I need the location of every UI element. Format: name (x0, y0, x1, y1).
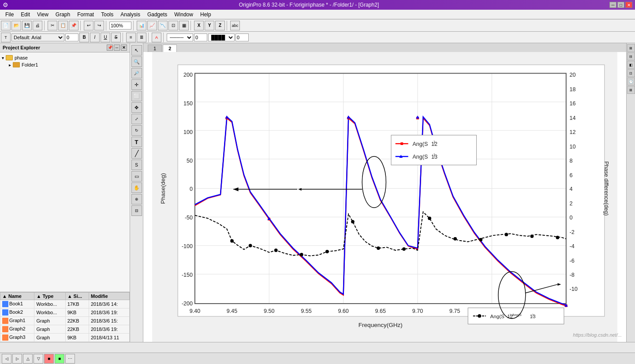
menu-format[interactable]: Format (74, 11, 97, 19)
tb-new[interactable]: 📄 (1, 21, 11, 30)
tb-abc[interactable]: abc (230, 21, 240, 30)
graph-tab-2[interactable]: 2 (163, 45, 177, 52)
toolbar-2: T Default: Arial B I U S ≡ ≣ A ──── ████ (0, 32, 635, 43)
svg-text:100: 100 (183, 129, 193, 135)
tb-strikethrough[interactable]: S (111, 33, 121, 42)
tool-scale[interactable]: ⤢ (131, 114, 142, 124)
tool-move[interactable]: ✥ (131, 102, 142, 113)
tool-magnify[interactable]: ⊕ (131, 194, 142, 204)
tool-pointer[interactable]: ↖ (131, 45, 142, 56)
graph-tab-1[interactable]: 1 (148, 45, 162, 52)
minimize-button[interactable]: ─ (609, 2, 616, 8)
close-button[interactable]: ✕ (625, 2, 632, 8)
tb-italic[interactable]: I (90, 33, 100, 42)
svg-point-68 (377, 246, 380, 250)
tool-hand[interactable]: ✋ (131, 182, 142, 193)
rt-btn-6[interactable]: ⊞ (627, 86, 635, 94)
col-name[interactable]: ▲ Name (0, 292, 34, 300)
tool-zoom-out[interactable]: 🔎 (131, 68, 142, 78)
bt-btn-7[interactable]: ⋯ (65, 354, 75, 364)
svg-text:10: 10 (569, 144, 575, 150)
tree-folder1[interactable]: ▸ Folder1 (9, 61, 128, 68)
tb-color[interactable]: A (152, 33, 161, 42)
svg-text:Frequency(GHz): Frequency(GHz) (359, 322, 403, 328)
menu-gadgets[interactable]: Gadgets (144, 11, 171, 19)
bt-btn-3[interactable]: △ (23, 354, 33, 364)
fill-select[interactable]: ████ (208, 33, 235, 41)
line-style-select[interactable]: ──── (167, 33, 193, 41)
rt-btn-4[interactable]: ⊡ (627, 69, 635, 77)
tool-data[interactable]: ⊟ (131, 205, 142, 216)
tb-graph1[interactable]: 📊 (137, 21, 146, 30)
tool-rect-select[interactable]: ⬜ (131, 91, 142, 101)
tree-root[interactable]: ▾ phase (2, 54, 128, 61)
tb-graph2[interactable]: 📈 (147, 21, 157, 30)
tb-redo[interactable]: ↪ (94, 21, 104, 30)
tb-align-left[interactable]: ≡ (126, 33, 136, 42)
menu-window[interactable]: Window (171, 11, 197, 19)
tb-open[interactable]: 📂 (11, 21, 21, 30)
svg-text:-4: -4 (569, 243, 574, 249)
tool-rotate[interactable]: ↻ (131, 125, 142, 136)
watermark: https://blog.csdn.net/... (573, 332, 622, 338)
tool-text[interactable]: T (131, 137, 142, 147)
tb-cut[interactable]: ✂ (48, 21, 57, 30)
tb-graph3[interactable]: 📉 (158, 21, 168, 30)
fill-size-input[interactable] (235, 33, 249, 41)
svg-text:-150: -150 (182, 272, 193, 278)
book-icon (2, 301, 8, 307)
zoom-input[interactable] (109, 22, 131, 30)
tool-zoom-in[interactable]: 🔍 (131, 56, 142, 67)
bt-btn-5[interactable]: ■ (44, 354, 54, 364)
tool-crosshair[interactable]: ✛ (131, 79, 142, 90)
file-table-row[interactable]: Book1 Workbo... 17KB 2018/3/6 14: (0, 300, 130, 308)
tb-save[interactable]: 💾 (22, 21, 32, 30)
bt-btn-6[interactable]: ■ (55, 354, 64, 364)
svg-text:12: 12 (569, 129, 575, 135)
menu-file[interactable]: File (2, 11, 17, 19)
file-table-row[interactable]: Graph1 Graph 22KB 2018/3/6 15: (0, 316, 130, 325)
tb-paste[interactable]: 📌 (69, 21, 78, 30)
rt-btn-3[interactable]: ◧ (627, 61, 635, 69)
tb-underline[interactable]: U (101, 33, 110, 42)
tb-undo[interactable]: ↩ (84, 21, 93, 30)
sidebar-pin[interactable]: 📌 (107, 45, 113, 51)
rt-btn-1[interactable]: ⊞ (627, 44, 635, 52)
file-table-row[interactable]: Graph3 Graph 9KB 2018/4/13 11 (0, 333, 130, 342)
tb-scatter[interactable]: ⊡ (168, 21, 178, 30)
col-type[interactable]: ▲ Type (34, 292, 65, 300)
menu-analysis[interactable]: Analysis (117, 11, 144, 19)
col-modified[interactable]: Modifie (89, 292, 130, 300)
tool-rect[interactable]: ▭ (131, 171, 142, 182)
tb-print[interactable]: 🖨 (33, 21, 42, 30)
menu-tools[interactable]: Tools (97, 11, 117, 19)
menu-help[interactable]: Help (197, 11, 215, 19)
tb-align-center[interactable]: ≣ (137, 33, 146, 42)
font-size-input[interactable] (65, 33, 78, 41)
rt-btn-5[interactable]: 🕐 (627, 78, 635, 85)
svg-rect-76 (391, 135, 477, 165)
bt-btn-4[interactable]: ▽ (34, 354, 43, 364)
tool-draw-line[interactable]: ╱ (131, 148, 142, 159)
col-size[interactable]: ▲ Si... (65, 292, 89, 300)
menu-edit[interactable]: Edit (17, 11, 34, 19)
svg-text:Ang(S: Ang(S (412, 154, 428, 160)
tb-copy[interactable]: 📋 (58, 21, 68, 30)
tb-z: Z (215, 21, 225, 30)
file-table-row[interactable]: Graph2 Graph 22KB 2018/3/6 19: (0, 325, 130, 333)
menu-graph[interactable]: Graph (52, 11, 74, 19)
bt-btn-2[interactable]: ▷ (12, 354, 22, 364)
sidebar-close[interactable]: ✕ (121, 45, 127, 51)
tb-bold[interactable]: B (79, 33, 89, 42)
bt-btn-1[interactable]: ◁ (2, 354, 11, 364)
sidebar-minimize[interactable]: ─ (114, 45, 120, 51)
font-select[interactable]: Default: Arial (11, 33, 64, 41)
tb-format1[interactable]: T (1, 33, 11, 42)
file-table-row[interactable]: Book2 Workbo... 9KB 2018/3/6 19: (0, 308, 130, 316)
line-width-input[interactable] (194, 33, 207, 41)
menu-view[interactable]: View (34, 11, 52, 19)
tb-bar[interactable]: ▦ (179, 21, 189, 30)
tool-draw-s[interactable]: S (131, 160, 142, 170)
rt-btn-2[interactable]: ⊟ (627, 52, 635, 60)
restore-button[interactable]: □ (617, 2, 624, 8)
